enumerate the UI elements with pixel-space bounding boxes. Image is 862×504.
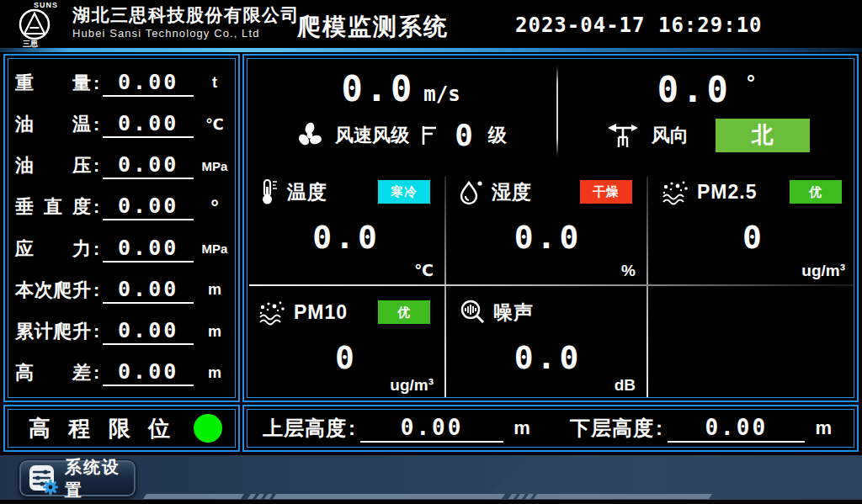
wind-speed-section: 0.0m/s 风速风级 0 级	[244, 56, 557, 165]
wind-direction-section: 0.0° 风向 北	[557, 56, 857, 165]
cell-head: PM10 优	[258, 299, 435, 326]
grid-divider-vertical	[444, 177, 446, 397]
page-title: 爬模监测系统	[297, 11, 449, 43]
sansi-logo-icon	[17, 8, 52, 41]
wind-direction-label-row: 风向 北	[604, 119, 810, 152]
measure-unit: m	[200, 323, 230, 341]
sensor-value: 0	[661, 219, 847, 256]
sensor-unit: dB	[615, 376, 636, 395]
colon: :	[93, 155, 99, 177]
company-name-en: Hubei Sansi Technology Co., Ltd	[72, 27, 259, 40]
colon: :	[93, 238, 99, 260]
measure-label: 本次爬升	[15, 278, 91, 303]
measurement-panel: 重量: 0.00 t 油温: 0.00 ℃ 油压: 0.00 MPa 垂直度: …	[3, 54, 240, 402]
company-logo: SUNS 三思	[12, 1, 69, 47]
sensor-unit: %	[621, 262, 636, 280]
fan-icon	[295, 120, 325, 151]
sensor-value: 0	[258, 339, 435, 376]
sensor-cell-pm25: PM2.5 优 0 ug/m³	[647, 165, 857, 285]
sensor-name: 温度	[287, 179, 327, 205]
measure-value: 0.00	[103, 236, 194, 263]
sensor-unit: ℃	[414, 261, 434, 280]
system-settings-button[interactable]: 系统设置	[19, 459, 136, 497]
layer-height-panel: 上层高度: 0.00 m 下层高度: 0.00 m	[242, 405, 859, 452]
colon: :	[93, 196, 99, 218]
colon: :	[349, 416, 355, 440]
wind-level-unit: 级	[488, 123, 507, 148]
measure-value: 0.00	[103, 70, 194, 97]
sensor-cell-temperature: 温度 寒冷 0.0 ℃	[244, 165, 445, 285]
measure-unit: MPa	[200, 159, 230, 173]
upper-height-unit: m	[513, 417, 530, 439]
measure-row-oil-temp: 油温: 0.00 ℃	[15, 103, 230, 145]
settings-sliders-gear-icon	[28, 463, 58, 495]
sensor-name: PM10	[294, 301, 348, 324]
measure-unit: ℃	[200, 115, 230, 134]
wind-speed-display: 0.0m/s	[341, 68, 460, 109]
measure-row-weight: 重量: 0.00 t	[15, 62, 230, 103]
particles-icon	[661, 178, 689, 205]
sensor-grid: 温度 寒冷 0.0 ℃ 湿度 干燥 0.0 %	[244, 165, 857, 401]
upper-height-value: 0.00	[360, 415, 503, 443]
wind-section-divider	[556, 66, 558, 157]
wind-direction-label: 风向	[652, 123, 689, 148]
measure-row-total-climb: 累计爬升: 0.00 m	[15, 311, 230, 353]
colon: :	[93, 362, 99, 384]
measure-value: 0.00	[103, 277, 194, 304]
wind-level-value: 0	[455, 118, 473, 152]
sensor-value: 0.0	[258, 219, 435, 256]
upper-height-group: 上层高度: 0.00 m	[263, 415, 530, 443]
measure-label: 重量	[15, 71, 91, 96]
header: SUNS 三思 湖北三思科技股份有限公司 Hubei Sansi Technol…	[0, 0, 862, 48]
wind-level-icon	[419, 124, 439, 147]
measure-unit: m	[200, 364, 230, 382]
colon: :	[93, 114, 99, 135]
wind-speed-label-row: 风速风级 0 级	[295, 118, 507, 152]
measure-row-verticality: 垂直度: 0.00 °	[15, 187, 230, 228]
lower-height-label: 下层高度	[570, 415, 654, 442]
measure-value: 0.00	[103, 359, 194, 386]
cell-head: 噪声	[459, 299, 637, 326]
particles-icon	[258, 299, 286, 326]
measure-unit: m	[200, 281, 230, 299]
cell-head: 湿度 干燥	[459, 178, 637, 205]
measure-value: 0.00	[103, 194, 194, 220]
sensor-cell-humidity: 湿度 干燥 0.0 %	[445, 165, 647, 285]
wind-speed-value: 0.0	[341, 68, 415, 109]
cell-head: 温度 寒冷	[258, 178, 435, 205]
company-name-cn: 湖北三思科技股份有限公司	[72, 3, 300, 27]
wind-direction-unit: °	[745, 72, 757, 95]
sensor-unit: ug/m³	[390, 376, 434, 395]
cell-head: PM2.5 优	[661, 178, 847, 205]
measure-row-stress: 应力: 0.00 MPa	[15, 228, 230, 269]
wind-direction-display: 0.0°	[657, 69, 757, 110]
measure-label: 油温	[15, 112, 91, 137]
sensor-name: 噪声	[493, 300, 534, 326]
measure-row-current-climb: 本次爬升: 0.00 m	[15, 269, 230, 310]
wind-row: 0.0m/s 风速风级 0 级	[244, 56, 857, 165]
lower-height-group: 下层高度: 0.00 m	[570, 415, 832, 443]
elevation-limit-label: 高程限位	[29, 414, 170, 443]
elevation-limit-panel: 高程限位	[3, 405, 240, 452]
environment-panel: 0.0m/s 风速风级 0 级	[242, 54, 859, 402]
sensor-unit: ug/m³	[801, 262, 845, 280]
status-badge: 干燥	[580, 180, 632, 204]
measure-unit: t	[200, 74, 230, 92]
colon: :	[93, 321, 99, 342]
measure-row-height-diff: 高差: 0.00 m	[15, 353, 230, 394]
wind-direction-badge: 北	[716, 119, 810, 152]
grid-divider-vertical	[646, 177, 648, 397]
status-badge: 优	[790, 180, 842, 204]
measure-unit: °	[200, 195, 230, 219]
measure-label: 应力	[15, 236, 91, 262]
wind-direction-value: 0.0	[657, 69, 732, 110]
status-badge: 寒冷	[378, 180, 430, 204]
upper-height-label: 上层高度	[263, 415, 347, 442]
sensor-value: 0.0	[459, 339, 637, 376]
grid-divider-horizontal	[249, 284, 854, 286]
datetime-display: 2023-04-17 16:29:10	[515, 13, 763, 37]
measure-value: 0.00	[103, 318, 194, 345]
sensor-value: 0.0	[459, 219, 637, 256]
sensor-cell-noise: 噪声 0.0 dB	[445, 285, 647, 400]
wind-speed-label: 风速风级	[335, 123, 409, 148]
